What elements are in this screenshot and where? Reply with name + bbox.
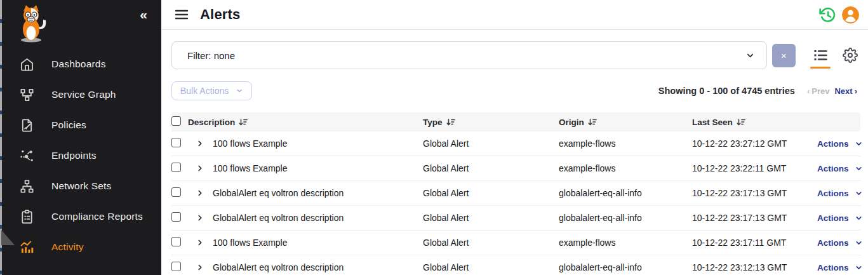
select-all-checkbox[interactable]: [171, 116, 181, 126]
prev-page-button[interactable]: Prev: [811, 86, 829, 96]
alert-type: Global Alert: [423, 213, 559, 223]
table-body: 100 flows Example Global Alert example-f…: [171, 131, 860, 275]
alert-last-seen: 10-12-22 23:17:11 GMT: [692, 238, 817, 248]
sidebar-item-policies[interactable]: Policies: [0, 110, 161, 140]
row-checkbox[interactable]: [171, 212, 181, 222]
alert-type: Global Alert: [423, 188, 559, 198]
chevron-down-icon: [855, 264, 863, 272]
sidebar-item-network-sets[interactable]: Network Sets: [0, 171, 161, 201]
actions-label: Actions: [817, 189, 849, 198]
expand-row-icon[interactable]: [196, 189, 204, 198]
alert-type: Global Alert: [423, 262, 559, 272]
alert-description: GlobalAlert eq voltron description: [213, 262, 344, 272]
view-tabs: [811, 48, 859, 63]
actions-menu-button[interactable]: Actions: [817, 139, 863, 149]
compliance-reports-icon: [19, 209, 34, 224]
sidebar-item-activity[interactable]: Activity: [0, 232, 161, 262]
row-checkbox[interactable]: [171, 138, 181, 147]
actions-label: Actions: [817, 213, 849, 223]
actions-menu-button[interactable]: Actions: [817, 164, 863, 173]
column-header-type[interactable]: Type: [423, 117, 559, 127]
clear-filter-button[interactable]: ×: [772, 44, 796, 67]
top-bar: Alerts: [161, 0, 868, 30]
pagination: Showing 0 - 100 of 4745 entries ‹ Prev N…: [658, 86, 859, 96]
alert-description: GlobalAlert eq voltron description: [213, 213, 344, 223]
chevron-down-icon: [855, 214, 863, 222]
policies-icon: [19, 117, 34, 133]
table-row: GlobalAlert eq voltron description Globa…: [171, 255, 860, 275]
actions-label: Actions: [817, 139, 849, 149]
hamburger-icon[interactable]: [174, 7, 189, 22]
user-avatar-icon[interactable]: [842, 6, 859, 23]
bulk-actions-label: Bulk Actions: [180, 86, 229, 96]
actions-menu-button[interactable]: Actions: [817, 238, 863, 248]
expand-row-icon[interactable]: [196, 213, 204, 222]
alert-description: GlobalAlert eq voltron description: [213, 188, 344, 198]
sidebar-item-label: Network Sets: [51, 180, 112, 192]
actions-label: Actions: [817, 164, 849, 173]
row-checkbox[interactable]: [171, 163, 181, 172]
alert-origin: globalalert-eq-all-info: [559, 262, 692, 272]
expand-row-icon[interactable]: [196, 263, 204, 272]
sort-icon[interactable]: [446, 117, 455, 126]
sort-icon[interactable]: [239, 117, 248, 126]
alerts-table: Description Type Origin: [171, 112, 860, 275]
activity-icon: [19, 239, 34, 255]
actions-menu-button[interactable]: Actions: [817, 213, 863, 223]
table-row: GlobalAlert eq voltron description Globa…: [171, 206, 860, 231]
alert-origin: globalalert-eq-all-info: [559, 188, 692, 198]
gear-icon[interactable]: [841, 48, 859, 63]
actions-menu-button[interactable]: Actions: [817, 263, 863, 272]
filter-row: Filter: none ×: [171, 41, 859, 69]
expand-row-icon[interactable]: [196, 164, 204, 173]
bulk-actions-button[interactable]: Bulk Actions: [171, 81, 252, 100]
column-header-last-seen[interactable]: Last Seen: [692, 117, 817, 127]
screen-corner-artifact: [1, 230, 15, 245]
actions-row: Bulk Actions Showing 0 - 100 of 4745 ent…: [171, 81, 859, 100]
sidebar-item-label: Dashboards: [51, 58, 106, 70]
alert-type: Global Alert: [423, 138, 559, 149]
expand-row-icon[interactable]: [196, 238, 204, 247]
sidebar-collapse-button[interactable]: «: [140, 8, 147, 21]
chevron-down-icon: [236, 87, 243, 95]
sidebar-item-service-graph[interactable]: Service Graph: [0, 79, 161, 110]
sidebar-item-label: Policies: [51, 119, 86, 131]
next-page-button[interactable]: Next: [834, 86, 852, 96]
sidebar-item-dashboards[interactable]: Dashboards: [0, 49, 161, 79]
sidebar: « Dashboards Service Graph Policies Endp…: [0, 0, 161, 275]
actions-label: Actions: [817, 263, 849, 272]
actions-label: Actions: [817, 238, 849, 248]
column-header-origin[interactable]: Origin: [559, 117, 692, 127]
sidebar-item-compliance-reports[interactable]: Compliance Reports: [0, 201, 161, 232]
column-header-description[interactable]: Description: [188, 117, 423, 127]
service-graph-icon: [19, 87, 34, 102]
sidebar-item-label: Endpoints: [51, 150, 97, 161]
expand-row-icon[interactable]: [196, 139, 204, 148]
alert-description: 100 flows Example: [213, 163, 288, 173]
alert-last-seen: 10-12-22 23:22:11 GMT: [692, 163, 817, 173]
alert-origin: example-flows: [559, 163, 692, 173]
alert-description: 100 flows Example: [213, 238, 288, 248]
alert-type: Global Alert: [423, 238, 559, 248]
list-view-icon[interactable]: [811, 48, 829, 63]
history-icon[interactable]: [819, 6, 836, 23]
showing-entries-text: Showing 0 - 100 of 4745 entries: [658, 86, 795, 96]
sort-icon[interactable]: [737, 117, 745, 126]
table-header-row: Description Type Origin: [171, 112, 860, 131]
alert-type: Global Alert: [423, 163, 559, 173]
home-icon: [19, 57, 34, 72]
row-checkbox[interactable]: [171, 187, 181, 197]
row-checkbox[interactable]: [171, 262, 181, 271]
chevron-right-icon[interactable]: ›: [855, 86, 857, 96]
chevron-down-icon: [855, 140, 863, 148]
row-checkbox[interactable]: [171, 237, 181, 246]
filter-select-value: Filter: none: [187, 50, 235, 61]
alert-description: 100 flows Example: [213, 138, 288, 149]
sort-icon[interactable]: [588, 117, 597, 126]
filter-select[interactable]: Filter: none: [171, 41, 767, 69]
main-area: Alerts Filter: none: [161, 0, 868, 275]
actions-menu-button[interactable]: Actions: [817, 189, 863, 198]
alert-last-seen: 10-12-22 23:17:13 GMT: [692, 213, 817, 223]
sidebar-item-endpoints[interactable]: Endpoints: [0, 140, 161, 171]
alert-last-seen: 10-12-22 23:17:13 GMT: [692, 188, 817, 198]
